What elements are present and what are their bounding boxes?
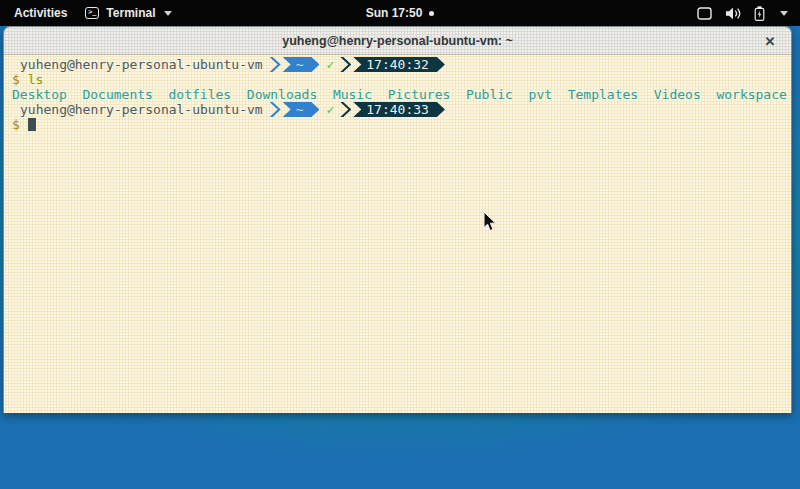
prompt-user-host: yuheng@henry-personal-ubuntu-vm	[20, 102, 263, 117]
powerline-dir-segment: ~	[283, 102, 320, 117]
powerline-chevron-icon	[270, 57, 281, 72]
input-line[interactable]: $	[12, 117, 791, 132]
command-text: ls	[28, 72, 44, 87]
chevron-down-icon	[780, 11, 788, 16]
ls-output: Desktop Documents dotfiles Downloads Mus…	[12, 87, 791, 102]
clock-label: Sun 17:50	[366, 6, 423, 20]
terminal-screen[interactable]: yuheng@henry-personal-ubuntu-vm ~ ✓ 17:4…	[4, 55, 791, 413]
prompt-dollar: $	[12, 72, 20, 87]
check-icon: ✓	[326, 57, 334, 72]
command-line: $ ls	[12, 72, 791, 87]
text-cursor	[28, 118, 36, 131]
prompt-dollar: $	[12, 117, 20, 132]
battery-charging-icon	[754, 6, 765, 21]
desktop: { "topbar": { "activities_label": "Activ…	[0, 0, 800, 489]
powerline-chevron-icon	[340, 102, 351, 117]
prompt-user-host: yuheng@henry-personal-ubuntu-vm	[20, 57, 263, 72]
system-status-area[interactable]	[697, 6, 800, 21]
terminal-icon: >_	[85, 7, 99, 19]
volume-icon	[725, 7, 741, 20]
prompt-dir: ~	[296, 57, 304, 72]
window-titlebar[interactable]: yuheng@henry-personal-ubuntu-vm: ~ ✕	[4, 27, 791, 55]
prompt-time: 17:40:33	[366, 102, 429, 117]
powerline-chevron-icon	[270, 102, 281, 117]
app-menu-terminal[interactable]: >_ Terminal	[85, 6, 172, 20]
prompt-line: yuheng@henry-personal-ubuntu-vm ~ ✓ 17:4…	[12, 57, 791, 72]
close-button[interactable]: ✕	[759, 27, 781, 55]
window-title: yuheng@henry-personal-ubuntu-vm: ~	[282, 34, 513, 48]
activities-button[interactable]: Activities	[10, 4, 71, 22]
powerline-time-segment: 17:40:32	[353, 57, 445, 72]
caret-down-icon	[164, 11, 172, 16]
powerline-chevron-icon	[340, 57, 351, 72]
clock-button[interactable]: Sun 17:50	[366, 6, 435, 20]
prompt-line: yuheng@henry-personal-ubuntu-vm ~ ✓ 17:4…	[12, 102, 791, 117]
app-menu-label: Terminal	[106, 6, 155, 20]
powerline-dir-segment: ~	[283, 57, 320, 72]
top-bar: Activities >_ Terminal Sun 17:50	[0, 0, 800, 26]
terminal-window: yuheng@henry-personal-ubuntu-vm: ~ ✕ yuh…	[3, 26, 792, 413]
check-icon: ✓	[326, 102, 334, 117]
notification-dot-icon	[429, 11, 434, 16]
powerline-time-segment: 17:40:33	[353, 102, 445, 117]
prompt-time: 17:40:32	[366, 57, 429, 72]
prompt-dir: ~	[296, 102, 304, 117]
screen-icon	[697, 7, 712, 20]
